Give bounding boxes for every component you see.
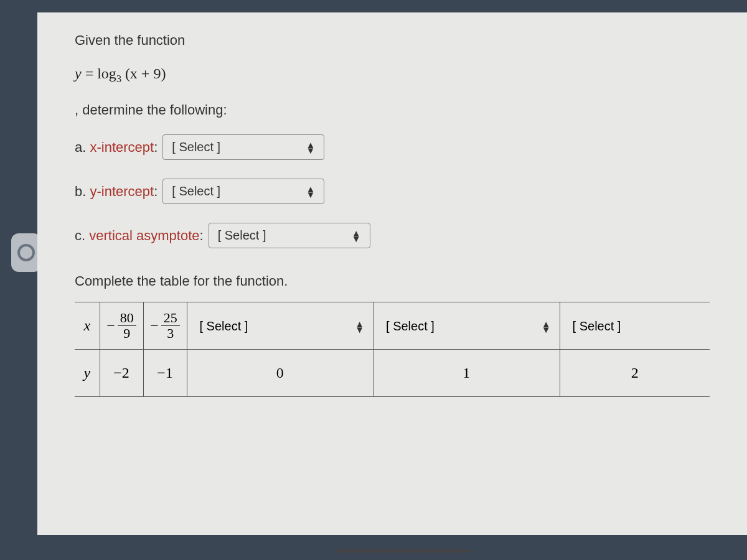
eq-log: log <box>97 65 116 82</box>
question-b-row: b. y-intercept: [ Select ] ▲▼ <box>75 179 710 204</box>
qc-term: vertical asymptote <box>89 228 199 243</box>
function-table: x − 80 9 − 25 3 <box>75 302 710 397</box>
y-cell-2: −1 <box>143 350 187 397</box>
x-select-1[interactable]: [ Select ] ▲▼ <box>378 319 555 334</box>
table-row-y: y −2 −1 0 1 2 <box>75 350 710 397</box>
vertical-asymptote-select[interactable]: [ Select ] ▲▼ <box>209 223 370 248</box>
stepper-icon: ▲▼ <box>355 321 364 332</box>
function-equation: y = log3 (x + 9) <box>75 65 710 85</box>
stepper-icon: ▲▼ <box>306 186 315 197</box>
side-handle[interactable] <box>11 233 41 272</box>
stepper-icon: ▲▼ <box>306 142 315 153</box>
x-select-2[interactable]: [ Select ] <box>565 319 705 334</box>
row-label-y: y <box>75 350 100 397</box>
x-select-0[interactable]: [ Select ] ▲▼ <box>192 319 369 334</box>
eq-lhs: y <box>75 65 82 82</box>
question-a-label: a. x-intercept: <box>75 139 157 156</box>
row-label-x: x <box>75 302 100 350</box>
question-page: Given the function y = log3 (x + 9) , de… <box>37 12 747 535</box>
stepper-icon: ▲▼ <box>352 230 361 241</box>
horizontal-scrollbar[interactable] <box>335 549 472 553</box>
eq-base: 3 <box>116 73 121 84</box>
y-cell-1: −2 <box>100 350 143 397</box>
question-b-label: b. y-intercept: <box>75 184 157 200</box>
qc-prefix: c. <box>75 228 89 243</box>
qa-term: x-intercept <box>90 139 154 155</box>
select-placeholder-text: [ Select ] <box>382 319 534 334</box>
y-cell-3: 0 <box>187 350 374 397</box>
question-c-label: c. vertical asymptote: <box>75 228 204 244</box>
select-placeholder-text: [ Select ] <box>196 319 348 334</box>
select-placeholder-text: [ Select ] <box>172 184 298 198</box>
eq-arg: (x + 9) <box>121 65 166 82</box>
question-a-row: a. x-intercept: [ Select ] ▲▼ <box>75 134 710 160</box>
x-cell-3: [ Select ] ▲▼ <box>187 302 374 350</box>
x-intercept-select[interactable]: [ Select ] ▲▼ <box>162 134 324 160</box>
qb-suffix: : <box>154 184 157 199</box>
select-placeholder-text: [ Select ] <box>569 319 701 334</box>
qa-suffix: : <box>154 139 157 155</box>
frac-num: 80 <box>118 310 136 326</box>
x-cell-4: [ Select ] ▲▼ <box>374 302 560 350</box>
eq-equals: = <box>82 65 98 82</box>
y-cell-5: 2 <box>560 350 710 397</box>
select-placeholder-text: [ Select ] <box>172 140 298 154</box>
table-row-x: x − 80 9 − 25 3 <box>75 302 710 350</box>
y-cell-4: 1 <box>374 350 560 397</box>
select-placeholder-text: [ Select ] <box>218 228 344 243</box>
x-cell-1: − 80 9 <box>100 302 143 350</box>
y-intercept-select[interactable]: [ Select ] ▲▼ <box>162 179 324 204</box>
prompt-line-2: , determine the following: <box>75 101 710 120</box>
prompt-line-1: Given the function <box>75 31 710 50</box>
frac-den: 9 <box>121 326 133 341</box>
x-cell-2: − 25 3 <box>143 302 187 350</box>
frac-num: 25 <box>161 310 180 326</box>
table-prompt: Complete the table for the function. <box>75 273 710 289</box>
stepper-icon: ▲▼ <box>542 321 551 332</box>
qb-prefix: b. <box>75 184 90 199</box>
qa-prefix: a. <box>75 139 90 155</box>
qb-term: y-intercept <box>90 184 154 199</box>
x-cell-5: [ Select ] <box>560 302 710 350</box>
frac-den: 3 <box>164 326 176 341</box>
qc-suffix: : <box>200 228 204 243</box>
question-c-row: c. vertical asymptote: [ Select ] ▲▼ <box>75 223 710 248</box>
